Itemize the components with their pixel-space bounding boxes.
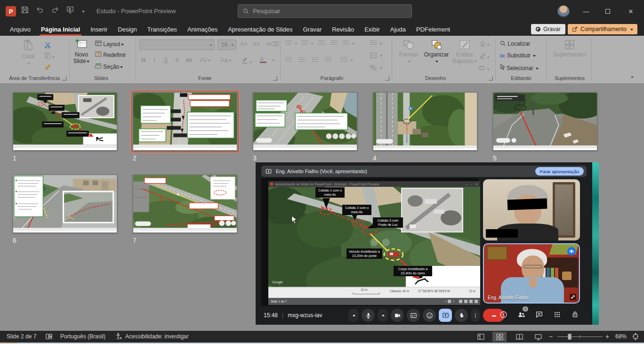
view-option-1-icon[interactable]	[459, 300, 462, 303]
line-spacing-button[interactable]	[343, 40, 349, 46]
increase-font-button[interactable]: A˄	[240, 40, 248, 48]
section-button[interactable]: Seção	[95, 63, 123, 70]
fit-to-window-button[interactable]	[632, 333, 639, 342]
char-spacing-button[interactable]: AV	[200, 56, 211, 64]
slide-thumbnail-2[interactable]	[133, 92, 237, 151]
spellcheck-icon[interactable]	[45, 333, 53, 342]
paragraph-dialog-launcher[interactable]	[385, 76, 389, 80]
slide-thumbnail-7[interactable]	[133, 175, 237, 233]
copy-button[interactable]	[44, 52, 55, 60]
meeting-details-icon[interactable]	[499, 311, 507, 320]
addins-button[interactable]: Suplementos	[552, 40, 588, 58]
host-controls-icon[interactable]	[571, 311, 579, 320]
new-slide-button[interactable]: Novo Slide	[71, 39, 92, 64]
font-name-select[interactable]	[139, 40, 215, 50]
share-button[interactable]: Compartilhamento	[568, 24, 637, 34]
align-center-button[interactable]	[298, 57, 305, 63]
camera-button[interactable]	[391, 309, 404, 322]
slide-thumbnail-6[interactable]	[13, 175, 117, 233]
present-now-button-active[interactable]	[439, 309, 452, 322]
tab-ajuda[interactable]: Ajuda	[385, 23, 411, 36]
next-slide-icon[interactable]: ›	[453, 299, 454, 304]
shapes-button[interactable]: Formas	[396, 40, 421, 64]
slide-thumbnail-1[interactable]	[13, 92, 117, 151]
maximize-button[interactable]	[597, 0, 619, 23]
camera-options-chevron[interactable]	[378, 309, 388, 322]
search-input[interactable]	[253, 8, 407, 15]
justify-button[interactable]	[325, 57, 331, 63]
account-avatar[interactable]	[557, 5, 570, 17]
chat-icon[interactable]	[535, 311, 543, 320]
minimize-button[interactable]: —	[575, 0, 597, 23]
start-slideshow-icon[interactable]	[66, 6, 74, 16]
accessibility-status[interactable]: Acessibilidade: investigar	[125, 333, 189, 340]
shape-effects-button[interactable]	[479, 65, 490, 72]
reading-view-button[interactable]	[512, 332, 526, 342]
highlight-color-button[interactable]	[241, 56, 252, 65]
underline-button[interactable]: S	[164, 56, 168, 64]
clear-format-button[interactable]: A⌫	[266, 40, 279, 48]
bold-button[interactable]: N	[141, 56, 145, 64]
search-box[interactable]	[238, 4, 412, 18]
italic-button[interactable]: I	[153, 56, 155, 64]
language-status[interactable]: Português (Brasil)	[60, 333, 105, 340]
text-direction-button[interactable]	[370, 40, 377, 46]
view-option-2-icon[interactable]	[464, 300, 467, 303]
select-button[interactable]: Selecionar	[500, 64, 539, 72]
slideshow-view-button[interactable]	[531, 332, 545, 342]
raise-hand-button[interactable]	[455, 309, 468, 322]
mic-button[interactable]	[362, 309, 375, 322]
expand-tile-icon[interactable]	[570, 294, 576, 300]
font-dialog-launcher[interactable]	[273, 76, 277, 80]
find-button[interactable]: Localizar	[500, 40, 530, 47]
tab-transicoes[interactable]: Transições	[142, 23, 182, 36]
zoom-slider-track[interactable]	[557, 336, 603, 337]
slide-thumbnail-3[interactable]	[253, 92, 357, 151]
normal-view-button[interactable]	[474, 332, 488, 342]
participants-icon[interactable]: 3	[517, 311, 525, 320]
tab-pagina-inicial[interactable]: Página Inicial	[36, 23, 85, 36]
numbering-button[interactable]	[301, 40, 308, 46]
slide-thumbnail-4[interactable]	[373, 92, 477, 151]
undo-icon[interactable]	[36, 6, 44, 16]
reset-slide-button[interactable]: Redefinir	[95, 51, 126, 58]
participant-tile-1[interactable]	[483, 179, 580, 240]
slide-sorter-view-button[interactable]	[492, 332, 507, 342]
strikethrough-button[interactable]: ab	[185, 56, 192, 64]
close-button[interactable]: ✕	[620, 0, 642, 23]
shape-fill-button[interactable]	[479, 40, 490, 48]
decrease-font-button[interactable]: A˅	[252, 40, 260, 48]
tab-inserir[interactable]: Inserir	[85, 23, 113, 36]
shape-outline-button[interactable]	[479, 53, 490, 60]
align-text-button[interactable]	[370, 53, 377, 60]
zoom-slider-thumb[interactable]	[568, 334, 572, 340]
qat-customize-icon[interactable]	[81, 7, 85, 15]
zoom-in-button[interactable]: +	[605, 333, 609, 340]
font-color-button[interactable]: A	[260, 56, 266, 63]
quick-styles-button[interactable]: EstilosRápidos	[451, 40, 478, 64]
mic-options-chevron[interactable]	[348, 309, 359, 322]
cut-button[interactable]	[44, 41, 51, 50]
columns-button[interactable]	[340, 57, 347, 63]
save-icon[interactable]	[21, 6, 29, 16]
tab-exibir[interactable]: Exibir	[359, 23, 385, 36]
smartart-convert-button[interactable]	[370, 65, 377, 72]
tab-revisao[interactable]: Revisão	[327, 23, 359, 36]
view-option-3-icon[interactable]	[469, 300, 473, 303]
participant-tile-2-active[interactable]: Eng. Arivelto Fialho	[483, 243, 580, 304]
slide-thumbnail-5[interactable]	[493, 92, 597, 151]
more-options-button[interactable]	[471, 309, 480, 322]
tab-design[interactable]: Design	[113, 23, 142, 36]
stop-presenting-button[interactable]: Parar apresentação	[535, 167, 584, 176]
replace-button[interactable]: bc Substituir	[500, 52, 536, 59]
view-option-4-icon[interactable]	[475, 300, 478, 303]
clipboard-dialog-launcher[interactable]	[62, 76, 66, 80]
record-button[interactable]: Gravar	[531, 24, 565, 34]
format-painter-button[interactable]	[44, 63, 52, 72]
previous-slide-icon[interactable]: ‹	[445, 299, 446, 304]
captions-button[interactable]	[407, 309, 420, 322]
activities-icon[interactable]	[553, 311, 561, 320]
reactions-button[interactable]	[423, 309, 436, 322]
tab-apresentacao[interactable]: Apresentação de Slides	[223, 23, 298, 36]
align-left-button[interactable]	[285, 57, 292, 63]
